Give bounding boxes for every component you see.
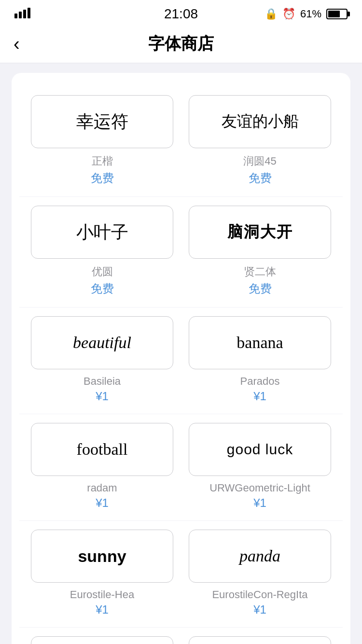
- font-item-xiaoyezi[interactable]: 小叶子优圆免费: [23, 197, 181, 307]
- nav-bar: ‹ 字体商店: [0, 25, 362, 63]
- font-preview-text: beautiful: [69, 334, 135, 352]
- status-time: 21:08: [164, 6, 198, 22]
- font-preview-box: sunny: [31, 530, 173, 583]
- content-area: 幸运符正楷免费友谊的小船润圆45免费小叶子优圆免费脑洞大开贤二体免费beauti…: [0, 63, 362, 644]
- back-button[interactable]: ‹: [14, 35, 20, 53]
- font-name: 正楷: [92, 154, 113, 168]
- font-preview-box: 幸运符: [31, 95, 173, 148]
- battery-percent: 61%: [300, 8, 321, 20]
- font-price[interactable]: ¥1: [253, 603, 266, 616]
- font-item-football[interactable]: footballradam¥1: [23, 414, 181, 520]
- font-name: EurostileCon-RegIta: [212, 588, 307, 601]
- font-name: Eurostile-Hea: [70, 588, 134, 601]
- font-preview-text: panda: [236, 547, 284, 565]
- font-preview-box: cute girl: [31, 636, 173, 644]
- font-price[interactable]: ¥1: [96, 603, 109, 616]
- font-preview-box: banana: [189, 316, 331, 369]
- font-item-goodluck[interactable]: good luckURWGeometric-Light¥1: [181, 414, 339, 520]
- font-name: Basileia: [84, 375, 121, 388]
- font-item-youqingdexiaochuan[interactable]: 友谊的小船润圆45免费: [181, 86, 339, 196]
- font-preview-text: banana: [233, 334, 287, 352]
- font-preview-box: 脑洞大开: [189, 206, 331, 259]
- font-item-beautiful[interactable]: beautifulBasileia¥1: [23, 308, 181, 414]
- svg-rect-0: [14, 14, 17, 18]
- font-name: 润圆45: [243, 154, 276, 168]
- font-preview-text: 小叶子: [72, 221, 132, 244]
- font-item-celebration[interactable]: celebratio: [181, 628, 339, 644]
- font-item-cutegirl[interactable]: cute girl: [23, 628, 181, 644]
- font-price[interactable]: ¥1: [96, 390, 109, 403]
- font-preview-box: beautiful: [31, 316, 173, 369]
- font-preview-text: 友谊的小船: [218, 111, 303, 132]
- svg-rect-3: [28, 8, 30, 18]
- alarm-icon: ⏰: [282, 8, 295, 20]
- font-preview-text: good luck: [223, 441, 297, 458]
- font-price[interactable]: ¥1: [253, 496, 266, 510]
- font-name: 贤二体: [244, 265, 276, 279]
- font-item-xingyunfu[interactable]: 幸运符正楷免费: [23, 86, 181, 196]
- fonts-card: 幸运符正楷免费友谊的小船润圆45免费小叶子优圆免费脑洞大开贤二体免费beauti…: [12, 73, 350, 644]
- font-item-panda[interactable]: pandaEurostileCon-RegIta¥1: [181, 521, 339, 627]
- font-name: URWGeometric-Light: [209, 482, 310, 494]
- status-right: 🔒 ⏰ 61%: [265, 8, 348, 20]
- font-item-sunny[interactable]: sunnyEurostile-Hea¥1: [23, 521, 181, 627]
- font-name: radam: [87, 482, 117, 494]
- font-item-naodonddakai[interactable]: 脑洞大开贤二体免费: [181, 197, 339, 307]
- font-preview-box: good luck: [189, 423, 331, 476]
- svg-rect-2: [23, 10, 26, 18]
- lock-icon: 🔒: [265, 8, 278, 20]
- font-item-banana[interactable]: bananaParados¥1: [181, 308, 339, 414]
- font-preview-text: 幸运符: [72, 110, 132, 134]
- battery-icon: [326, 9, 348, 19]
- font-name: Parados: [240, 375, 280, 388]
- font-preview-text: sunny: [74, 547, 130, 566]
- font-preview-text: football: [73, 440, 132, 459]
- font-preview-box: 友谊的小船: [189, 95, 331, 148]
- font-price[interactable]: ¥1: [96, 496, 109, 510]
- font-price[interactable]: 免费: [249, 281, 272, 296]
- svg-rect-1: [19, 12, 22, 18]
- font-price[interactable]: ¥1: [253, 390, 266, 403]
- font-preview-box: 小叶子: [31, 206, 173, 259]
- status-bar: 21:08 🔒 ⏰ 61%: [0, 0, 362, 25]
- font-preview-box: football: [31, 423, 173, 476]
- font-name: 优圆: [92, 265, 113, 279]
- font-preview-text: 脑洞大开: [223, 222, 297, 243]
- font-price[interactable]: 免费: [91, 170, 114, 186]
- fonts-grid: 幸运符正楷免费友谊的小船润圆45免费小叶子优圆免费脑洞大开贤二体免费beauti…: [23, 86, 339, 644]
- font-price[interactable]: 免费: [91, 281, 114, 296]
- carrier-signal: [14, 7, 39, 21]
- font-preview-box: celebratio: [189, 636, 331, 644]
- font-price[interactable]: 免费: [249, 170, 272, 186]
- page-title: 字体商店: [148, 33, 214, 55]
- font-preview-box: panda: [189, 530, 331, 583]
